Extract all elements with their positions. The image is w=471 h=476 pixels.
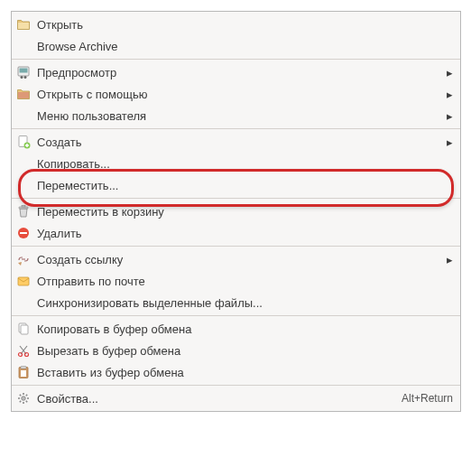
menu-item[interactable]: Открыть с помощью▸ (12, 83, 460, 105)
separator (12, 59, 460, 60)
svg-point-2 (21, 76, 23, 79)
submenu-arrow-icon: ▸ (447, 88, 453, 101)
menu-item-label: Открыть с помощью (37, 88, 447, 101)
svg-rect-16 (21, 367, 26, 369)
svg-point-14 (25, 353, 29, 357)
menu-item[interactable]: Копировать... (12, 153, 460, 174)
svg-point-18 (22, 397, 26, 401)
menu-item-label: Переместить... (37, 179, 453, 192)
menu-item-label: Вставить из буфер обмена (37, 366, 453, 379)
svg-rect-7 (22, 206, 25, 208)
submenu-arrow-icon: ▸ (447, 135, 453, 149)
menu-item-label: Отправить по почте (37, 275, 453, 288)
svg-rect-6 (19, 207, 28, 209)
blank-icon (15, 38, 32, 54)
separator (12, 198, 460, 199)
svg-rect-12 (21, 325, 28, 334)
menu-item-label: Копировать в буфер обмена (37, 322, 453, 336)
menu-item-label: Browse Archive (37, 40, 453, 53)
menu-item[interactable]: Переместить... (12, 174, 460, 196)
menu-item-label: Создать (37, 135, 447, 149)
svg-rect-9 (20, 232, 27, 234)
submenu-arrow-icon: ▸ (447, 66, 453, 79)
menu-item-label: Свойства... (37, 392, 402, 406)
folder-icon (15, 16, 32, 33)
submenu-arrow-icon: ▸ (447, 109, 453, 123)
menu-item[interactable]: Удалить (12, 222, 460, 244)
paste-icon (15, 364, 32, 380)
menu-item-label: Открыть (37, 18, 453, 32)
menu-item[interactable]: Создать▸ (12, 131, 460, 153)
menu-item-label: Синхронизировать выделенные файлы... (37, 296, 453, 310)
separator (12, 315, 460, 316)
copy-icon (15, 321, 32, 337)
menu-item-label: Удалить (37, 227, 453, 240)
submenu-arrow-icon: ▸ (447, 253, 453, 266)
cut-icon (15, 342, 32, 359)
menu-item-label: Копировать... (37, 157, 453, 171)
link-icon (15, 251, 32, 267)
blank-icon (15, 294, 32, 311)
separator (12, 128, 460, 129)
context-menu: ОткрытьBrowse ArchiveПредпросмотр▸Открыт… (11, 11, 461, 412)
svg-point-3 (24, 76, 27, 79)
mail-icon (15, 273, 32, 289)
menu-item[interactable]: Предпросмотр▸ (12, 61, 460, 83)
menu-item[interactable]: Переместить в корзину (12, 201, 460, 222)
menu-item-label: Переместить в корзину (37, 205, 453, 219)
preview-icon (15, 64, 32, 80)
blank-icon (15, 107, 32, 124)
blank-icon (15, 177, 32, 193)
shortcut: Alt+Return (402, 392, 453, 405)
menu-item[interactable]: Создать ссылку▸ (12, 248, 460, 270)
separator (12, 246, 460, 247)
menu-item[interactable]: Меню пользователя▸ (12, 105, 460, 126)
props-icon (15, 390, 32, 406)
menu-item[interactable]: Вырезать в буфер обмена (12, 340, 460, 361)
delete-icon (15, 225, 32, 241)
separator (12, 385, 460, 386)
menu-item[interactable]: Вставить из буфер обмена (12, 361, 460, 383)
create-icon (15, 134, 32, 150)
svg-point-13 (19, 353, 23, 357)
menu-item-label: Вырезать в буфер обмена (37, 344, 453, 358)
menu-item-label: Предпросмотр (37, 66, 447, 79)
menu-item[interactable]: Копировать в буфер обмена (12, 318, 460, 340)
svg-rect-1 (20, 69, 28, 73)
trash-icon (15, 203, 32, 219)
menu-item[interactable]: Свойства...Alt+Return (12, 387, 460, 409)
menu-item[interactable]: Синхронизировать выделенные файлы... (12, 292, 460, 313)
menu-item[interactable]: Отправить по почте (12, 270, 460, 292)
open-with-icon (15, 86, 32, 102)
svg-rect-17 (21, 370, 26, 377)
blank-icon (15, 155, 32, 172)
menu-item[interactable]: Browse Archive (12, 35, 460, 57)
svg-rect-10 (18, 277, 29, 285)
menu-item[interactable]: Открыть (12, 14, 460, 35)
menu-item-label: Меню пользователя (37, 109, 447, 123)
menu-item-label: Создать ссылку (37, 253, 447, 266)
